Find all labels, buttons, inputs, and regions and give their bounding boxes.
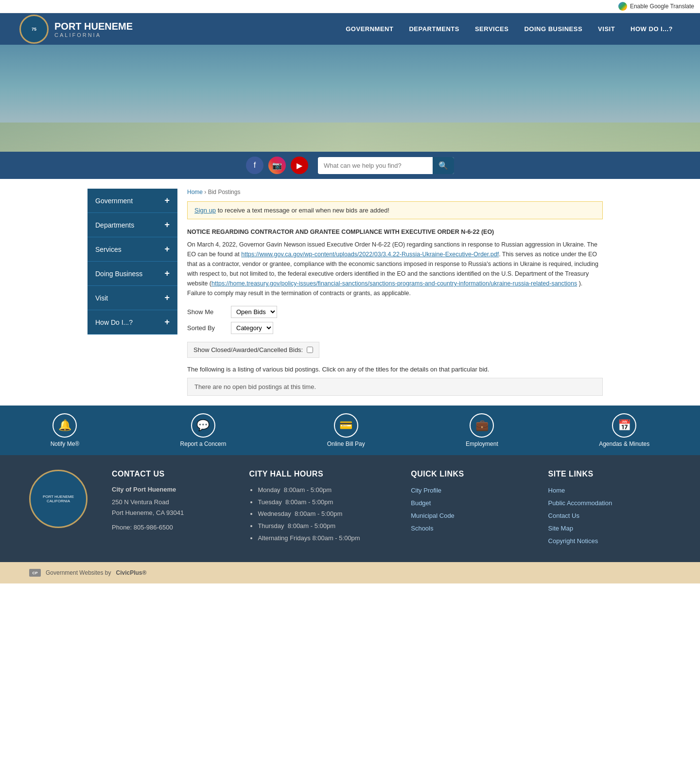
sidebar-item-doing-business[interactable]: Doing Business + bbox=[88, 262, 177, 286]
sorted-by-label: Sorted By bbox=[187, 324, 226, 332]
sitelink-site-map[interactable]: Site Map bbox=[548, 522, 671, 535]
employment-icon: 💼 bbox=[470, 413, 494, 438]
eo-body3: ). bbox=[577, 280, 582, 287]
closed-bids-box: Show Closed/Awarded/Cancelled Bids: bbox=[187, 342, 319, 358]
sidebar-item-services[interactable]: Services + bbox=[88, 237, 177, 262]
sidebar-expand-icon: + bbox=[164, 268, 170, 279]
nav-services[interactable]: SERVICES bbox=[467, 13, 517, 45]
hours-list: Monday 8:00am - 5:00pm Tuesday 8:00am - … bbox=[249, 484, 396, 544]
translate-button[interactable]: Enable Google Translate bbox=[618, 2, 694, 11]
hours-tuesday: Tuesday 8:00am - 5:00pm bbox=[258, 496, 396, 509]
nav-doing-business[interactable]: DOING BUSINESS bbox=[516, 13, 590, 45]
closed-bids-label: Show Closed/Awarded/Cancelled Bids: bbox=[193, 346, 303, 353]
bottom-bar-text: Government Websites by bbox=[46, 569, 111, 576]
bill-icon: 💳 bbox=[334, 413, 358, 438]
eo-notice: NOTICE REGARDING CONTRACTOR AND GRANTEE … bbox=[187, 227, 603, 298]
address-line1: 250 N Ventura Road bbox=[112, 497, 234, 508]
sidebar-item-visit[interactable]: Visit + bbox=[88, 286, 177, 310]
sitelink-copyright[interactable]: Copyright Notices bbox=[548, 535, 671, 547]
address-line2: Port Hueneme, CA 93041 bbox=[112, 508, 234, 518]
logo-line2: CALIFORNIA bbox=[54, 32, 133, 38]
logo-badge: 75 bbox=[19, 15, 49, 44]
eo-title: NOTICE REGARDING CONTRACTOR AND GRANTEE … bbox=[187, 227, 603, 237]
contact-title: CONTACT US bbox=[112, 470, 234, 478]
logo-line1: PORT HUENEME bbox=[54, 20, 133, 32]
sidebar-expand-icon: + bbox=[164, 195, 170, 206]
footer-employment[interactable]: 💼 Employment bbox=[466, 413, 498, 447]
hours-fridays: Alternating Fridays 8:00am - 5:00pm bbox=[258, 532, 396, 545]
sidebar-item-government[interactable]: Government + bbox=[88, 189, 177, 213]
site-header: 75 PORT HUENEME CALIFORNIA GOVERNMENT DE… bbox=[0, 13, 700, 45]
breadcrumb-home[interactable]: Home bbox=[187, 189, 203, 195]
footer-hours: CITY HALL HOURS Monday 8:00am - 5:00pm T… bbox=[249, 470, 396, 547]
sidebar-expand-icon: + bbox=[164, 220, 170, 230]
sitelink-contact-us[interactable]: Contact Us bbox=[548, 510, 671, 522]
signup-notice: Sign up to receive a text message or ema… bbox=[187, 201, 603, 219]
quicklink-municipal-code[interactable]: Municipal Code bbox=[411, 510, 533, 522]
nav-how-do-i[interactable]: HOW DO I...? bbox=[623, 13, 681, 45]
sidebar: Government + Departments + Services + Do… bbox=[88, 189, 177, 396]
concern-icon: 💬 bbox=[191, 413, 215, 438]
footer-concern[interactable]: 💬 Report a Concern bbox=[180, 413, 227, 447]
nav-visit[interactable]: VISIT bbox=[590, 13, 623, 45]
social-icons: f 📷 ▶ bbox=[246, 157, 308, 174]
agendas-icon: 📅 bbox=[612, 413, 636, 438]
footer-logo: PORT HUENEMECALIFORNIA bbox=[29, 470, 97, 547]
sitelink-public-accommodation[interactable]: Public Accommodation bbox=[548, 497, 671, 510]
footer-notify[interactable]: 🔔 Notify Me® bbox=[51, 413, 80, 447]
show-me-row: Show Me Open Bids bbox=[187, 306, 603, 318]
sorted-by-select[interactable]: Category bbox=[231, 322, 273, 334]
top-bar: Enable Google Translate bbox=[0, 0, 700, 13]
main-content: Government + Departments + Services + Do… bbox=[88, 189, 612, 396]
treasury-link[interactable]: https://home.treasury.gov/policy-issues/… bbox=[211, 280, 577, 287]
logo-area: 75 PORT HUENEME CALIFORNIA bbox=[19, 15, 133, 44]
content-area: Home › Bid Postings Sign up to receive a… bbox=[177, 189, 612, 396]
breadcrumb: Home › Bid Postings bbox=[187, 189, 603, 195]
quicklink-budget[interactable]: Budget bbox=[411, 497, 533, 510]
sorted-by-row: Sorted By Category bbox=[187, 322, 603, 334]
social-search-bar: f 📷 ▶ 🔍 bbox=[0, 152, 700, 179]
main-nav: GOVERNMENT DEPARTMENTS SERVICES DOING BU… bbox=[338, 13, 681, 45]
search-input[interactable] bbox=[318, 158, 433, 173]
footer-bill-pay[interactable]: 💳 Online Bill Pay bbox=[327, 413, 365, 447]
youtube-icon[interactable]: ▶ bbox=[291, 157, 308, 174]
facebook-icon[interactable]: f bbox=[246, 157, 263, 174]
search-bar: 🔍 bbox=[318, 157, 454, 174]
nav-government[interactable]: GOVERNMENT bbox=[338, 13, 401, 45]
footer-agendas[interactable]: 📅 Agendas & Minutes bbox=[599, 413, 649, 447]
sidebar-expand-icon: + bbox=[164, 317, 170, 327]
eo-body4: Failure to comply may result in the term… bbox=[187, 288, 603, 298]
footer-logo-img: PORT HUENEMECALIFORNIA bbox=[29, 470, 88, 528]
listing-description: The following is a listing of various bi… bbox=[187, 366, 603, 373]
phone: Phone: 805-986-6500 bbox=[112, 522, 234, 533]
footer-quicklinks: QUICK LINKS City Profile Budget Municipa… bbox=[411, 470, 533, 547]
quicklink-schools[interactable]: Schools bbox=[411, 522, 533, 535]
translate-icon bbox=[618, 2, 627, 11]
signup-link[interactable]: Sign up bbox=[194, 207, 216, 214]
sidebar-item-departments[interactable]: Departments + bbox=[88, 213, 177, 237]
footer-icons-bar: 🔔 Notify Me® 💬 Report a Concern 💳 Online… bbox=[0, 406, 700, 455]
footer-sitelinks: SITE LINKS Home Public Accommodation Con… bbox=[548, 470, 671, 547]
eo-link[interactable]: https://www.gov.ca.gov/wp-content/upload… bbox=[241, 251, 499, 258]
filter-area: Show Me Open Bids Sorted By Category bbox=[187, 306, 603, 334]
signup-suffix: to receive a text message or email when … bbox=[216, 207, 389, 214]
sitelinks-title: SITE LINKS bbox=[548, 470, 671, 478]
sitelink-home[interactable]: Home bbox=[548, 484, 671, 497]
sidebar-item-how-do-i[interactable]: How Do I...? + bbox=[88, 310, 177, 335]
translate-label: Enable Google Translate bbox=[630, 3, 694, 10]
sidebar-expand-icon: + bbox=[164, 293, 170, 303]
notify-icon: 🔔 bbox=[52, 413, 77, 438]
nav-departments[interactable]: DEPARTMENTS bbox=[401, 13, 467, 45]
sidebar-expand-icon: + bbox=[164, 244, 170, 254]
instagram-icon[interactable]: 📷 bbox=[268, 157, 286, 174]
cp-icon: CP bbox=[29, 569, 41, 577]
bottom-bar: CP Government Websites by CivicPlus® bbox=[0, 562, 700, 583]
show-me-select[interactable]: Open Bids bbox=[231, 306, 277, 318]
quicklinks-title: QUICK LINKS bbox=[411, 470, 533, 478]
hours-title: CITY HALL HOURS bbox=[249, 470, 396, 478]
no-bids-message: There are no open bid postings at this t… bbox=[187, 378, 603, 396]
search-button[interactable]: 🔍 bbox=[433, 157, 454, 174]
main-footer: PORT HUENEMECALIFORNIA CONTACT US City o… bbox=[0, 455, 700, 562]
closed-bids-checkbox[interactable] bbox=[307, 347, 313, 353]
quicklink-city-profile[interactable]: City Profile bbox=[411, 484, 533, 497]
